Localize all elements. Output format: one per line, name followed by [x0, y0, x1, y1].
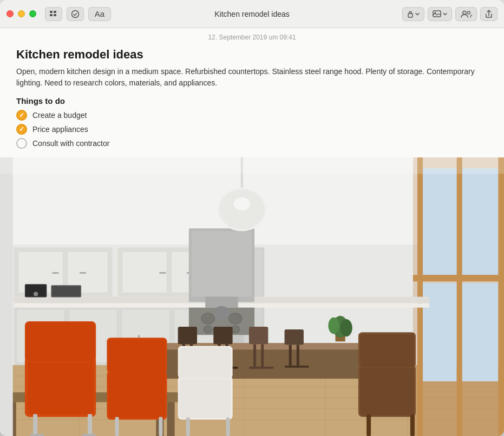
svg-rect-99 [33, 414, 37, 436]
svg-rect-110 [180, 378, 231, 418]
minimize-button[interactable] [18, 10, 25, 17]
svg-rect-31 [498, 157, 504, 436]
svg-rect-60 [192, 231, 252, 296]
svg-rect-108 [159, 417, 162, 436]
todo-checkbox-2[interactable] [16, 124, 27, 135]
svg-rect-40 [80, 272, 86, 274]
grid-view-button[interactable] [45, 7, 62, 21]
todo-list: Create a budget Price appliances Consult… [16, 110, 488, 149]
svg-rect-89 [261, 344, 264, 368]
svg-point-126 [213, 306, 230, 320]
lock-button[interactable] [402, 7, 424, 21]
svg-rect-114 [226, 418, 230, 436]
svg-rect-120 [410, 415, 415, 436]
svg-point-64 [229, 313, 242, 324]
todo-item-3[interactable]: Consult with contractor [16, 138, 488, 149]
svg-rect-102 [82, 434, 96, 436]
kitchen-scene-svg [0, 157, 504, 436]
svg-rect-107 [115, 417, 119, 436]
chevron-down-icon [443, 12, 447, 16]
section-heading: Things to do [16, 96, 488, 105]
svg-rect-106 [108, 339, 165, 373]
todo-checkbox-3[interactable] [16, 138, 27, 149]
svg-rect-91 [285, 329, 304, 345]
svg-point-4 [72, 10, 79, 17]
svg-rect-30 [457, 157, 462, 436]
svg-rect-104 [108, 372, 165, 418]
svg-point-73 [234, 197, 250, 210]
checklist-button[interactable] [67, 7, 84, 21]
svg-rect-96 [28, 360, 93, 414]
chevron-down-icon [415, 12, 420, 16]
window-title: Kitchen remodel ideas [214, 10, 290, 18]
svg-rect-25 [421, 168, 457, 278]
check-icon [71, 10, 80, 18]
svg-rect-41 [159, 272, 166, 274]
svg-rect-26 [461, 168, 499, 278]
svg-rect-112 [180, 347, 231, 378]
svg-point-8 [463, 11, 466, 14]
svg-rect-133 [0, 157, 504, 174]
grid-icon [49, 10, 58, 18]
svg-rect-125 [52, 286, 80, 296]
svg-rect-61 [205, 297, 238, 308]
collaboration-button[interactable] [455, 7, 477, 21]
close-button[interactable] [6, 10, 14, 17]
svg-rect-118 [360, 334, 414, 367]
note-description: Open, modern kitchen design in a medium … [16, 66, 488, 89]
svg-point-130 [341, 319, 352, 336]
svg-point-129 [328, 318, 339, 334]
svg-point-63 [201, 313, 214, 324]
note-content: 12. September 2019 um 09:41 Kitchen remo… [0, 28, 504, 436]
svg-rect-98 [26, 322, 95, 361]
svg-rect-79 [178, 327, 197, 344]
todo-item-2[interactable]: Price appliances [16, 124, 488, 135]
svg-rect-3 [54, 14, 56, 16]
kitchen-image [0, 157, 504, 436]
svg-rect-1 [54, 11, 56, 13]
todo-item-1[interactable]: Create a budget [16, 110, 488, 121]
toolbar: Aa [45, 7, 111, 21]
svg-rect-90 [249, 367, 273, 369]
svg-rect-93 [297, 345, 299, 367]
format-button[interactable]: Aa [88, 7, 111, 21]
svg-rect-132 [0, 157, 13, 436]
share-icon [485, 10, 493, 18]
svg-rect-83 [213, 327, 232, 344]
svg-rect-39 [52, 272, 58, 274]
svg-rect-94 [285, 366, 309, 368]
svg-point-9 [468, 11, 470, 14]
note-body: Kitchen remodel ideas Open, modern kitch… [0, 45, 504, 157]
svg-rect-87 [249, 327, 268, 344]
image-button[interactable] [428, 7, 452, 21]
titlebar: Aa Kitchen remodel ideas [0, 0, 504, 28]
svg-rect-0 [50, 11, 53, 13]
titlebar-right-controls [402, 7, 498, 21]
maximize-button[interactable] [29, 10, 36, 17]
svg-rect-100 [88, 414, 92, 436]
note-title: Kitchen remodel ideas [16, 48, 488, 62]
svg-point-65 [204, 326, 212, 333]
svg-rect-119 [366, 415, 371, 436]
svg-rect-88 [253, 344, 256, 368]
share-button[interactable] [480, 7, 498, 21]
svg-rect-28 [461, 283, 499, 381]
note-date: 12. September 2019 um 09:41 [0, 28, 504, 45]
svg-point-123 [34, 292, 38, 296]
svg-rect-32 [413, 275, 504, 281]
svg-rect-116 [360, 367, 414, 415]
svg-rect-92 [289, 345, 292, 367]
svg-rect-5 [408, 14, 413, 17]
people-icon [460, 10, 472, 18]
lock-icon [407, 10, 414, 18]
svg-rect-101 [30, 434, 44, 436]
traffic-lights [6, 10, 36, 17]
svg-rect-113 [186, 418, 190, 436]
svg-rect-2 [50, 14, 53, 16]
image-icon [433, 10, 441, 17]
app-window: Aa Kitchen remodel ideas [0, 0, 504, 436]
todo-checkbox-1[interactable] [16, 110, 27, 121]
svg-rect-78 [167, 402, 174, 436]
